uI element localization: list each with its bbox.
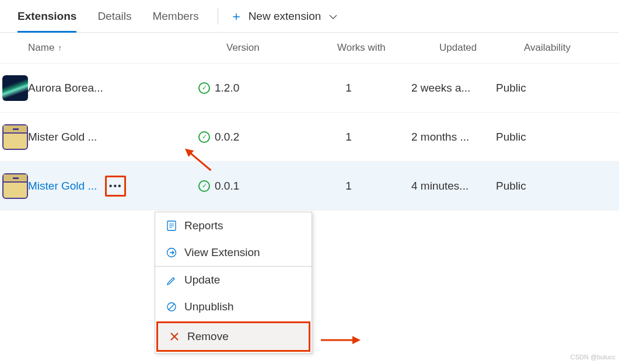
version-cell: ✓ 0.0.1 bbox=[198, 180, 309, 192]
menu-unpublish-label: Unpublish bbox=[184, 300, 234, 313]
table-row[interactable]: Aurora Borea... ✓ 1.2.0 1 2 weeks a... P… bbox=[0, 64, 619, 113]
arrow-circle-icon bbox=[166, 247, 177, 258]
extension-name-cell: Aurora Borea... bbox=[28, 82, 198, 94]
column-availability[interactable]: Availability bbox=[524, 42, 619, 54]
works-with-cell: 1 bbox=[309, 131, 411, 144]
status-ok-icon: ✓ bbox=[198, 131, 210, 143]
svg-marker-12 bbox=[352, 336, 361, 344]
document-icon bbox=[166, 220, 177, 231]
version-text: 0.0.2 bbox=[215, 131, 239, 144]
annotation-arrow bbox=[320, 331, 361, 349]
sort-ascending-icon: ↑ bbox=[58, 43, 62, 52]
tab-members[interactable]: Members bbox=[142, 1, 209, 32]
watermark: CSDN @bulucc bbox=[571, 354, 615, 360]
menu-reports-label: Reports bbox=[184, 219, 223, 232]
menu-update[interactable]: Update bbox=[155, 267, 312, 293]
availability-cell: Public bbox=[496, 131, 619, 144]
more-actions-button[interactable]: ••• bbox=[105, 176, 126, 197]
column-works-with[interactable]: Works with bbox=[337, 42, 439, 54]
svg-line-6 bbox=[169, 304, 174, 310]
availability-cell: Public bbox=[496, 82, 619, 94]
menu-view-label: View Extension bbox=[184, 246, 260, 259]
table-header: Name ↑ Version Works with Updated Availa… bbox=[0, 33, 619, 64]
new-extension-label: New extension bbox=[249, 10, 321, 23]
context-menu: Reports View Extension Update Unpublish … bbox=[155, 212, 312, 354]
extension-thumbnail bbox=[2, 75, 28, 101]
menu-view-extension[interactable]: View Extension bbox=[155, 239, 312, 266]
tab-divider bbox=[218, 8, 218, 24]
menu-unpublish[interactable]: Unpublish bbox=[155, 293, 312, 320]
version-cell: ✓ 1.2.0 bbox=[198, 82, 309, 94]
menu-update-label: Update bbox=[184, 274, 220, 286]
updated-cell: 4 minutes... bbox=[411, 180, 496, 192]
new-extension-button[interactable]: ＋ New extension bbox=[226, 5, 341, 27]
works-with-cell: 1 bbox=[309, 82, 411, 94]
block-icon bbox=[166, 302, 177, 312]
extension-name[interactable]: Mister Gold ... bbox=[28, 131, 97, 144]
column-updated[interactable]: Updated bbox=[439, 42, 524, 54]
extension-name-cell: Mister Gold ... bbox=[28, 131, 198, 144]
tab-bar: Extensions Details Members ＋ New extensi… bbox=[0, 0, 619, 33]
table-row[interactable]: Mister Gold ... ••• ✓ 0.0.1 1 4 minutes.… bbox=[0, 162, 619, 211]
version-text: 0.0.1 bbox=[215, 180, 239, 192]
tab-details[interactable]: Details bbox=[87, 1, 142, 32]
tab-extensions[interactable]: Extensions bbox=[7, 1, 87, 32]
status-ok-icon: ✓ bbox=[198, 82, 210, 94]
updated-cell: 2 months ... bbox=[411, 131, 496, 144]
close-icon bbox=[169, 332, 180, 341]
version-cell: ✓ 0.0.2 bbox=[198, 131, 309, 144]
column-name-label: Name bbox=[28, 42, 54, 54]
column-name[interactable]: Name ↑ bbox=[28, 42, 226, 54]
menu-reports[interactable]: Reports bbox=[155, 212, 312, 239]
extension-name[interactable]: Aurora Borea... bbox=[28, 82, 103, 94]
table-row[interactable]: Mister Gold ... ✓ 0.0.2 1 2 months ... P… bbox=[0, 113, 619, 162]
chevron-down-icon bbox=[329, 10, 337, 23]
availability-cell: Public bbox=[496, 180, 619, 192]
extension-thumbnail bbox=[2, 173, 28, 199]
works-with-cell: 1 bbox=[309, 180, 411, 192]
column-version[interactable]: Version bbox=[226, 42, 337, 54]
pencil-icon bbox=[166, 275, 177, 285]
plus-icon: ＋ bbox=[230, 10, 243, 23]
status-ok-icon: ✓ bbox=[198, 180, 210, 192]
version-text: 1.2.0 bbox=[215, 82, 239, 94]
extension-name-cell: Mister Gold ... ••• bbox=[28, 176, 198, 197]
menu-remove-label: Remove bbox=[187, 330, 229, 343]
extension-thumbnail bbox=[2, 124, 28, 150]
extension-name[interactable]: Mister Gold ... bbox=[28, 180, 97, 192]
updated-cell: 2 weeks a... bbox=[411, 82, 496, 94]
menu-remove[interactable]: Remove bbox=[156, 321, 310, 352]
